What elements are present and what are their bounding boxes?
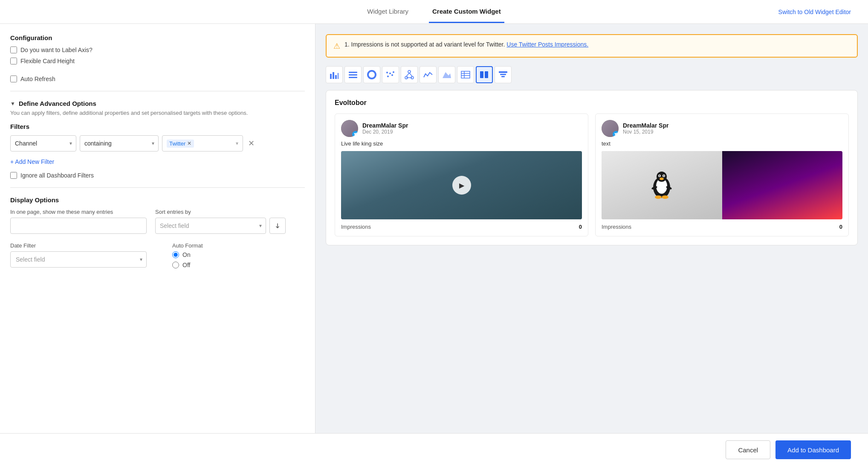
chart-bar-icon[interactable] bbox=[326, 66, 343, 83]
filter-tag: Twitter ✕ bbox=[167, 140, 194, 148]
card2-avatar bbox=[602, 120, 619, 137]
chart-types bbox=[326, 66, 858, 83]
radio-on-row: On bbox=[172, 251, 203, 258]
tab-create-widget[interactable]: Create Custom Widget bbox=[429, 1, 504, 23]
chart-table-icon[interactable] bbox=[457, 66, 474, 83]
auto-refresh-checkbox[interactable] bbox=[10, 76, 17, 82]
card2-image-half1 bbox=[602, 151, 722, 219]
switch-editor-link[interactable]: Switch to Old Widget Editor bbox=[778, 9, 851, 15]
ignore-filters-checkbox[interactable] bbox=[10, 172, 17, 179]
sort-direction-button[interactable] bbox=[269, 218, 286, 234]
card1-stats: Impressions 0 bbox=[341, 224, 582, 230]
label-axis-checkbox[interactable] bbox=[10, 47, 17, 53]
display-row-1: In one page, show me these many entries … bbox=[10, 209, 305, 234]
card1-twitter-badge bbox=[352, 131, 358, 137]
card1-avatar bbox=[341, 120, 358, 137]
condition-select-wrapper: containing bbox=[80, 135, 159, 151]
flexible-card-checkbox[interactable] bbox=[10, 58, 17, 64]
auto-format-off-radio[interactable] bbox=[172, 262, 179, 268]
svg-point-37 bbox=[660, 178, 664, 180]
date-filter-group: Date Filter Select field bbox=[10, 242, 147, 268]
svg-point-13 bbox=[386, 72, 388, 73]
post-card-2: DreamMalar Spr Nov 15, 2019 text bbox=[595, 114, 849, 236]
date-filter-select[interactable]: Select field bbox=[10, 251, 147, 268]
penguin-svg bbox=[649, 168, 674, 202]
svg-rect-27 bbox=[499, 71, 507, 73]
widget-preview: Evoltobor DreamMalar Spr Dec 20, 2 bbox=[326, 90, 858, 245]
card1-user-info: DreamMalar Spr Dec 20, 2019 bbox=[362, 122, 582, 135]
card2-username: DreamMalar Spr bbox=[623, 122, 842, 129]
svg-point-32 bbox=[657, 172, 667, 182]
add-filter-button[interactable]: + Add New Filter bbox=[10, 157, 54, 167]
bottom-bar: Cancel Add to Dashboard bbox=[0, 433, 868, 466]
svg-point-8 bbox=[370, 73, 374, 77]
svg-rect-29 bbox=[501, 76, 505, 77]
svg-line-18 bbox=[409, 73, 412, 76]
chart-funnel-icon[interactable] bbox=[495, 66, 512, 83]
sort-select[interactable]: Select field bbox=[155, 218, 266, 234]
auto-format-label: Auto Format bbox=[172, 242, 203, 249]
sort-row: Select field bbox=[155, 218, 286, 234]
svg-rect-21 bbox=[461, 71, 470, 78]
channel-select[interactable]: Channel bbox=[10, 135, 76, 151]
entries-group: In one page, show me these many entries … bbox=[10, 209, 147, 234]
tab-widget-library[interactable]: Widget Library bbox=[364, 1, 412, 23]
svg-point-35 bbox=[659, 175, 660, 177]
svg-rect-5 bbox=[349, 74, 357, 76]
date-format-row: Date Filter Select field Auto Format On bbox=[10, 242, 305, 268]
label-axis-label: Do you want to Label Axis? bbox=[20, 47, 93, 53]
widget-title: Evoltobor bbox=[335, 99, 849, 107]
flexible-card-label: Flexible Card Height bbox=[20, 58, 75, 64]
card2-user-info: DreamMalar Spr Nov 15, 2019 bbox=[623, 122, 842, 135]
add-to-dashboard-button[interactable]: Add to Dashboard bbox=[775, 440, 851, 459]
warning-box: ⚠ 1. Impressions is not supported at ad … bbox=[326, 34, 858, 58]
svg-rect-4 bbox=[349, 72, 357, 73]
card1-play-button[interactable]: ▶ bbox=[452, 176, 471, 195]
chart-area-icon[interactable] bbox=[420, 66, 437, 83]
advanced-title: Define Advanced Options bbox=[19, 100, 96, 107]
chart-cards-icon[interactable] bbox=[476, 66, 493, 83]
chart-mountain-icon[interactable] bbox=[438, 66, 455, 83]
auto-format-on-label: On bbox=[182, 251, 191, 258]
auto-refresh-row: Auto Refresh bbox=[10, 76, 305, 82]
chart-scatter-icon[interactable] bbox=[382, 66, 399, 83]
condition-select[interactable]: containing bbox=[80, 135, 159, 151]
warning-text: 1. Impressions is not supported at ad va… bbox=[344, 41, 588, 48]
radio-group: On Off bbox=[172, 251, 203, 268]
card1-landscape-img: ▶ bbox=[341, 151, 582, 219]
entries-label: In one page, show me these many entries bbox=[10, 209, 147, 215]
main-layout: Configuration Do you want to Label Axis?… bbox=[0, 24, 868, 466]
svg-point-12 bbox=[393, 71, 394, 73]
sort-label: Sort entries by bbox=[155, 209, 286, 215]
card2-penguin-img bbox=[602, 151, 722, 219]
chart-network-icon[interactable] bbox=[401, 66, 418, 83]
flexible-card-row: Flexible Card Height bbox=[10, 58, 305, 64]
filters-section: Filters Channel containing Twi bbox=[10, 123, 305, 179]
card2-image bbox=[602, 151, 842, 219]
svg-rect-26 bbox=[485, 71, 488, 78]
filter-row: Channel containing Twitter ✕ ▾ bbox=[10, 135, 305, 151]
chart-donut-icon[interactable] bbox=[363, 66, 380, 83]
sort-group: Sort entries by Select field bbox=[155, 209, 286, 234]
svg-point-41 bbox=[662, 195, 668, 199]
config-title: Configuration bbox=[10, 34, 305, 41]
card1-header: DreamMalar Spr Dec 20, 2019 bbox=[341, 120, 582, 137]
warning-link[interactable]: Use Twitter Posts Impressions. bbox=[506, 41, 588, 48]
chart-list-icon[interactable] bbox=[344, 66, 362, 83]
card1-username: DreamMalar Spr bbox=[362, 122, 582, 129]
svg-rect-25 bbox=[480, 71, 483, 78]
display-title: Display Options bbox=[10, 196, 305, 204]
advanced-desc: You can apply filters, define additional… bbox=[10, 110, 305, 116]
filter-remove-button[interactable]: ✕ bbox=[246, 137, 256, 150]
svg-point-10 bbox=[389, 73, 391, 74]
svg-rect-1 bbox=[333, 72, 334, 79]
entries-input[interactable]: 20 bbox=[10, 218, 147, 234]
svg-rect-6 bbox=[349, 77, 357, 78]
auto-format-on-radio[interactable] bbox=[172, 251, 179, 258]
cancel-button[interactable]: Cancel bbox=[726, 440, 770, 459]
filter-tag-close[interactable]: ✕ bbox=[187, 140, 191, 146]
svg-point-36 bbox=[663, 175, 665, 177]
card2-twitter-badge bbox=[613, 131, 619, 137]
radio-off-row: Off bbox=[172, 262, 203, 268]
label-axis-row: Do you want to Label Axis? bbox=[10, 47, 305, 53]
